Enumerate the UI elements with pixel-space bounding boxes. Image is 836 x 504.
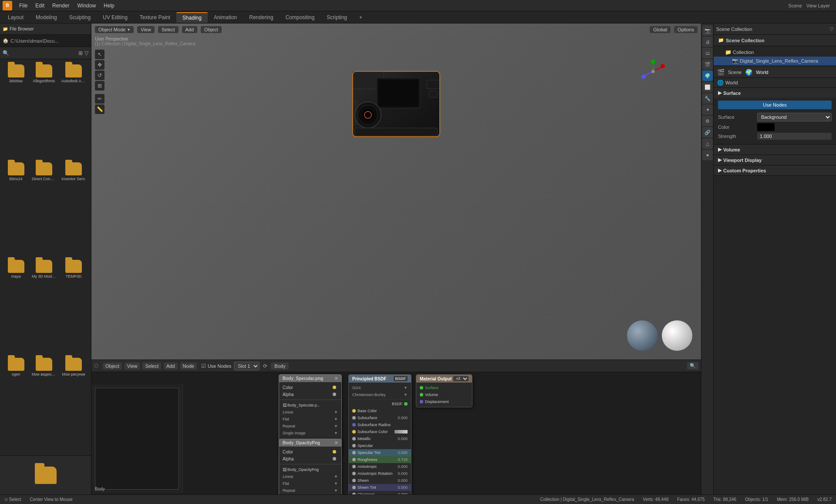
node-zoom-in[interactable]: 🔍 <box>687 362 698 370</box>
tab-animation[interactable]: Animation <box>208 13 243 22</box>
node-add-btn[interactable]: Add <box>164 363 178 370</box>
menu-render[interactable]: Render <box>49 2 73 10</box>
volume-header[interactable]: ▶ Volume <box>714 144 836 155</box>
filter-icon[interactable]: ▽ <box>830 26 833 32</box>
node-object-btn[interactable]: Object <box>103 363 122 370</box>
filter-icon[interactable]: ▽ <box>84 50 88 56</box>
tab-uv-editing[interactable]: UV Editing <box>97 13 134 22</box>
add-button[interactable]: Add <box>182 26 198 33</box>
tab-sculpting[interactable]: Sculpting <box>63 13 97 22</box>
clearcoat-socket[interactable] <box>352 493 356 494</box>
strength-input[interactable] <box>757 133 832 140</box>
folder-allegorithmic[interactable]: Allegorithmic <box>30 63 58 159</box>
metallic-socket[interactable] <box>352 437 356 440</box>
scale-tool-btn[interactable]: ⊞ <box>95 81 104 91</box>
folder-my-3d[interactable]: My 3D Models <box>30 258 58 354</box>
folder-drawings[interactable]: Мои рисунки <box>60 356 88 452</box>
folder-inventor[interactable]: Inventor Serv. <box>60 161 88 257</box>
viewport[interactable]: Object Mode ▼ View Select Add Object Glo… <box>91 24 701 360</box>
rotate-tool-btn[interactable]: ↺ <box>95 71 104 80</box>
menu-help[interactable]: Help <box>100 2 118 10</box>
tab-layout[interactable]: Layout <box>2 13 30 22</box>
alpha-socket[interactable] <box>333 393 336 396</box>
use-nodes-button[interactable]: Use Nodes <box>718 101 832 109</box>
folder-3dsmax[interactable]: 3dsMax <box>3 63 28 159</box>
sheen-tint-socket[interactable] <box>352 486 356 489</box>
principled-bsdf-node[interactable]: Principled BSDF BSDF GGX ▼ Christensen-B… <box>348 374 411 494</box>
object-data-btn[interactable]: △ <box>702 138 713 149</box>
scene-props-btn[interactable]: 🎬 <box>702 59 713 70</box>
folder-xgen[interactable]: xgen <box>3 356 28 452</box>
world-tab-label[interactable]: World <box>756 70 769 75</box>
global-select[interactable]: Global <box>650 26 671 33</box>
menu-edit[interactable]: Edit <box>32 2 48 10</box>
output-target-select[interactable]: All <box>453 376 469 381</box>
menu-window[interactable]: Window <box>74 2 99 10</box>
surface-type-select[interactable]: Background <box>757 113 832 121</box>
object-props-btn[interactable]: ⬜ <box>702 82 713 92</box>
view-button[interactable]: View <box>137 26 155 33</box>
node-view-btn[interactable]: View <box>125 363 140 370</box>
node-node-btn[interactable]: Node <box>180 363 197 370</box>
folder-autodesk[interactable]: Autodesk App... <box>60 63 88 159</box>
env-sphere[interactable] <box>627 320 657 351</box>
folder-temp3d[interactable]: TEMP3D <box>60 258 88 354</box>
displacement-socket[interactable] <box>420 400 423 403</box>
plain-sphere[interactable] <box>662 320 692 351</box>
subsurf-color-socket[interactable] <box>352 430 356 433</box>
folder-bitrix24[interactable]: Bitrix24 <box>3 161 28 257</box>
big-folder-icon[interactable] <box>35 467 57 484</box>
select-button[interactable]: Select <box>158 26 179 33</box>
grid-view-icon[interactable]: ⊞ <box>78 50 83 56</box>
folder-maya[interactable]: maya <box>3 258 28 354</box>
object-mode-button[interactable]: Object Mode ▼ <box>95 26 134 33</box>
view-layer-btn[interactable]: 🗂 <box>702 48 713 58</box>
output-props-btn[interactable]: 🖨 <box>702 37 713 47</box>
tab-rendering[interactable]: Rendering <box>243 13 279 22</box>
material-output-node[interactable]: Material Output All Surface Volume <box>416 374 472 407</box>
material-btn[interactable]: ● <box>702 150 713 160</box>
subsurf-radius-socket[interactable] <box>352 423 356 427</box>
surface-in-socket[interactable] <box>420 386 423 390</box>
measure-btn[interactable]: 📏 <box>95 104 104 114</box>
specular-tint-socket[interactable] <box>352 451 356 454</box>
options-button[interactable]: Options <box>674 26 698 33</box>
use-nodes-toggle-label[interactable]: Use Nodes <box>208 363 231 369</box>
custom-props-header[interactable]: ▶ Custom Properties <box>714 165 836 175</box>
particles-btn[interactable]: ✦ <box>702 104 713 115</box>
node-close-icon2[interactable]: ✕ <box>334 440 338 445</box>
tab-compositing[interactable]: Compositing <box>280 13 321 22</box>
modifier-props-btn[interactable]: 🔧 <box>702 93 713 104</box>
scene-tab-label[interactable]: Scene <box>728 70 742 75</box>
specular-socket[interactable] <box>352 444 356 447</box>
slot-select[interactable]: Slot 1 <box>234 362 260 370</box>
color-socket[interactable] <box>333 386 336 389</box>
object-button[interactable]: Object <box>201 26 222 33</box>
tab-shading[interactable]: Shading <box>176 12 208 23</box>
alpha-socket2[interactable] <box>333 457 336 460</box>
tree-item-collection[interactable]: 📁 Collection <box>714 48 836 57</box>
color-swatch[interactable] <box>757 123 775 131</box>
tree-item-camera[interactable]: 📷 Digital_Single_Lens_Reflex_Camera <box>714 57 836 65</box>
world-props-btn active[interactable]: 🌍 <box>702 71 713 81</box>
subsurface-socket[interactable] <box>352 416 356 420</box>
move-tool-btn[interactable]: ✥ <box>95 60 104 70</box>
tab-modeling[interactable]: Modeling <box>30 13 63 22</box>
tab-texture-paint[interactable]: Texture Paint <box>134 13 176 22</box>
texture-node-opacity[interactable]: Body_OpacityPng ✕ Color Alpha <box>279 439 342 494</box>
volume-in-socket[interactable] <box>420 393 423 396</box>
render-props-btn[interactable]: 📷 <box>702 25 713 36</box>
anisotropic-socket[interactable] <box>352 465 356 468</box>
menu-file[interactable]: File <box>16 2 31 10</box>
tab-add[interactable]: + <box>353 13 368 22</box>
color-socket2[interactable] <box>333 450 336 454</box>
node-canvas[interactable]: Body Body_Specular.png ✕ <box>91 372 701 494</box>
bsdf-out-socket[interactable] <box>404 402 408 406</box>
node-close-icon[interactable]: ✕ <box>334 376 338 381</box>
roughness-socket[interactable] <box>352 458 356 461</box>
aniso-rot-socket[interactable] <box>352 472 356 475</box>
physics-btn[interactable]: ⚙ <box>702 116 713 126</box>
subsurf-color-swatch[interactable] <box>394 430 408 433</box>
viewport-display-header[interactable]: ▶ Viewport Display <box>714 155 836 165</box>
select-tool-btn[interactable]: ↖ <box>95 50 104 59</box>
